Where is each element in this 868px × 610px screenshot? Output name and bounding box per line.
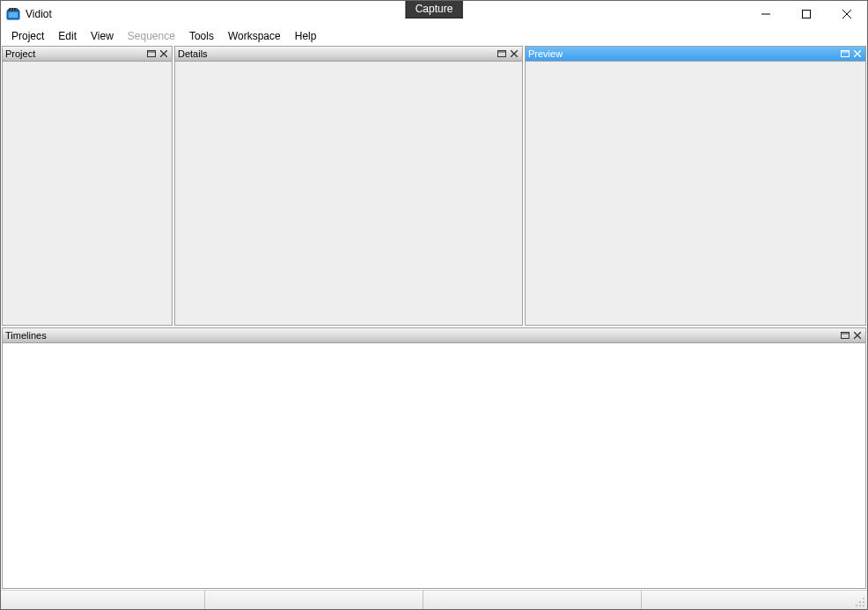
panel-project-title: Project — [5, 48, 35, 59]
svg-rect-6 — [803, 11, 811, 18]
menu-workspace[interactable]: Workspace — [221, 28, 288, 44]
svg-point-26 — [863, 601, 864, 603]
menu-bar: Project Edit View Sequence Tools Workspa… — [1, 27, 867, 45]
status-cell-3 — [423, 591, 642, 609]
close-button[interactable] — [827, 1, 867, 27]
panel-preview-title: Preview — [528, 48, 563, 59]
menu-view[interactable]: View — [84, 28, 121, 44]
panel-details-header[interactable]: Details — [175, 47, 522, 62]
panel-project-header[interactable]: Project — [3, 47, 172, 62]
app-title: Vidiot — [26, 8, 52, 20]
status-cell-1 — [1, 591, 205, 609]
svg-point-25 — [863, 598, 864, 599]
panel-preview-body[interactable] — [526, 62, 865, 325]
svg-point-29 — [859, 605, 861, 606]
menu-help[interactable]: Help — [288, 28, 324, 44]
status-cell-4 — [642, 591, 867, 609]
svg-point-27 — [859, 601, 861, 603]
panel-preview-maximize-icon[interactable] — [839, 48, 851, 60]
maximize-button[interactable] — [786, 1, 827, 27]
window-controls — [746, 1, 867, 27]
panel-project-maximize-icon[interactable] — [145, 48, 158, 60]
svg-point-28 — [863, 605, 864, 606]
panel-timelines-header[interactable]: Timelines — [3, 328, 865, 343]
app-icon — [6, 7, 20, 21]
panel-details-title: Details — [178, 48, 208, 59]
menu-project[interactable]: Project — [4, 28, 51, 44]
panel-preview-header[interactable]: Preview — [526, 47, 865, 62]
resize-grip-icon[interactable] — [855, 597, 865, 607]
panel-project-close-icon[interactable] — [158, 48, 170, 60]
panel-details-maximize-icon[interactable] — [496, 48, 508, 60]
svg-point-30 — [856, 605, 857, 606]
svg-rect-3 — [13, 9, 14, 11]
panel-timelines-controls — [839, 329, 864, 342]
panel-preview: Preview — [525, 46, 866, 326]
workspace: Project Details — [1, 45, 867, 590]
panel-details: Details — [174, 46, 523, 326]
capture-badge-label: Capture — [416, 3, 453, 15]
panel-project-controls — [145, 48, 170, 60]
panel-timelines-title: Timelines — [5, 330, 47, 341]
panel-timelines-close-icon[interactable] — [851, 329, 864, 342]
panel-timelines: Timelines — [2, 327, 866, 589]
panel-details-close-icon[interactable] — [508, 48, 520, 60]
status-cell-2 — [205, 591, 423, 609]
menu-sequence: Sequence — [121, 28, 182, 44]
svg-rect-1 — [9, 12, 18, 18]
menu-edit[interactable]: Edit — [51, 28, 84, 44]
capture-badge[interactable]: Capture — [406, 1, 463, 18]
panel-timelines-maximize-icon[interactable] — [839, 329, 851, 342]
menu-tools[interactable]: Tools — [182, 28, 221, 44]
panel-preview-close-icon[interactable] — [851, 48, 864, 60]
panel-details-controls — [496, 48, 520, 60]
panel-preview-controls — [839, 48, 864, 60]
title-left: Vidiot — [6, 7, 52, 21]
top-row: Project Details — [1, 45, 867, 327]
status-bar — [1, 590, 867, 609]
panel-project: Project — [2, 46, 173, 326]
panel-timelines-body[interactable] — [3, 343, 865, 588]
svg-rect-4 — [16, 9, 17, 11]
panel-project-body[interactable] — [3, 62, 172, 325]
minimize-button[interactable] — [746, 1, 786, 27]
panel-details-body[interactable] — [175, 62, 522, 325]
svg-rect-2 — [11, 9, 11, 11]
